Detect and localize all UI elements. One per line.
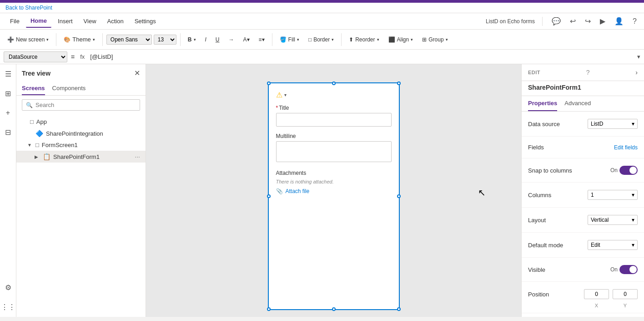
sidebar-close-button[interactable]: ✕ (134, 69, 140, 77)
bold-button[interactable]: B▾ (184, 35, 200, 45)
menu-right: ListD on Echo forms 💬 ↩ ↪ ▶ 👤 ? (486, 15, 639, 27)
search-box: 🔍 (22, 99, 140, 111)
align-button[interactable]: ≡▾ (255, 35, 268, 45)
required-star: * (276, 105, 278, 111)
title-input[interactable] (276, 113, 392, 127)
handle-top-left (267, 82, 271, 85)
new-screen-button[interactable]: ➕ New screen ▾ (4, 35, 52, 45)
prop-row-columns: Columns 1 ▾ (528, 187, 638, 203)
menu-view[interactable]: View (79, 15, 101, 27)
font-size-select[interactable]: 13 (154, 35, 176, 45)
tab-components[interactable]: Components (52, 82, 86, 95)
panel-expand-icon[interactable]: › (635, 69, 638, 76)
menu-settings[interactable]: Settings (130, 15, 161, 27)
snap-label: Snap to columns (528, 167, 572, 174)
formula-input[interactable] (90, 53, 634, 60)
menu-home[interactable]: Home (26, 15, 51, 28)
prop-section-fields: Fields Edit fields (522, 137, 644, 158)
cursor-indicator: ↖ (478, 187, 486, 198)
form1-expand-icon: ▶ (35, 154, 40, 159)
chat-icon[interactable]: 💬 (550, 15, 563, 27)
font-family-select[interactable]: Open Sans (106, 35, 152, 45)
layout-dropdown[interactable]: Vertical ▾ (588, 215, 638, 225)
columns-dropdown[interactable]: 1 ▾ (588, 190, 638, 200)
group-button[interactable]: ⊞ Group ▾ (418, 35, 451, 45)
left-icon-panel: ☰ ⊞ + ⊟ ⚙ ⋮⋮ (0, 64, 16, 317)
sidebar-title: Tree view (22, 70, 50, 77)
redo-icon[interactable]: ↪ (583, 15, 593, 27)
new-screen-icon: ➕ (7, 36, 14, 43)
database-icon[interactable]: ⊟ (3, 126, 13, 138)
align-pos-button[interactable]: ⬛ Align ▾ (385, 35, 417, 45)
tab-screens[interactable]: Screens (22, 82, 45, 95)
back-to-sharepoint-link[interactable]: Back to SharePoint (5, 5, 52, 11)
panel-tab-advanced[interactable]: Advanced (564, 96, 591, 111)
menu-action[interactable]: Action (103, 15, 128, 27)
group-caret: ▾ (446, 37, 448, 42)
handle-bot-center (332, 307, 336, 311)
panel-help-icon[interactable]: ? (586, 69, 590, 76)
help-icon[interactable]: ? (631, 15, 639, 27)
menu-file[interactable]: File (5, 15, 24, 27)
undo-icon[interactable]: ↩ (568, 15, 578, 27)
add-icon[interactable]: + (4, 107, 12, 119)
formula-bar: DataSource = fx ▾ (0, 50, 644, 64)
sidebar-search-container: 🔍 (16, 96, 146, 114)
prop-section-default-mode: Default mode Edit ▾ (522, 233, 644, 258)
menu-divider-1 (542, 17, 543, 26)
form1-more-icon[interactable]: ··· (135, 153, 140, 160)
strikethrough-button[interactable]: → (225, 35, 238, 45)
play-icon[interactable]: ▶ (598, 15, 607, 27)
visible-label: Visible (528, 266, 545, 273)
tree-item-sharepointform1[interactable]: ▶ 📋 SharePointForm1 ··· (16, 151, 146, 163)
property-selector[interactable]: DataSource (4, 51, 67, 62)
border-button[interactable]: □ Border ▾ (305, 35, 337, 45)
attach-file-button[interactable]: 📎 Attach file (276, 188, 392, 194)
fill-button[interactable]: 🪣 Fill ▾ (276, 35, 303, 45)
prop-row-position: Position (528, 286, 638, 302)
menu-insert[interactable]: Insert (53, 15, 77, 27)
snap-on-label: On (610, 167, 618, 173)
right-panel: EDIT ? › SharePointForm1 Properties Adva… (521, 64, 644, 317)
app-icon: □ (30, 118, 34, 125)
search-input[interactable] (35, 102, 136, 108)
italic-button[interactable]: I (201, 35, 210, 45)
edit-fields-link[interactable]: Edit fields (614, 144, 638, 151)
canvas-area: ⚠ ▾ * Title Multiline Attachments (146, 64, 521, 317)
multiline-input[interactable] (276, 141, 392, 162)
datasource-caret: ▾ (632, 121, 634, 127)
datasource-dropdown[interactable]: ListD ▾ (588, 119, 638, 129)
panel-tab-properties[interactable]: Properties (528, 96, 557, 111)
app-title-label: ListD on Echo forms (486, 18, 535, 25)
paperclip-icon: 📎 (276, 188, 283, 194)
hamburger-icon[interactable]: ☰ (3, 68, 13, 80)
prop-section-layout: Layout Vertical ▾ (522, 208, 644, 233)
position-x-input[interactable] (584, 289, 609, 299)
layers-icon[interactable]: ⊞ (3, 87, 13, 100)
ribbon-divider-1 (56, 33, 56, 46)
cog-icon[interactable]: ⚙ (3, 281, 13, 294)
visible-toggle[interactable] (619, 265, 638, 274)
prop-section-snap: Snap to columns On (522, 158, 644, 183)
form-warning: ⚠ ▾ (276, 91, 392, 99)
layout-label: Layout (528, 217, 546, 224)
theme-button[interactable]: 🎨 Theme ▾ (60, 34, 98, 45)
tree-item-app[interactable]: □ App (16, 116, 146, 127)
fill-caret: ▾ (297, 37, 299, 42)
tree-item-sharepoint-integration[interactable]: 🔷 SharePointIntegration (16, 127, 146, 139)
user-icon[interactable]: 👤 (613, 15, 625, 27)
position-labels-row: X Y (528, 302, 638, 308)
sidebar-header: Tree view ✕ (16, 64, 146, 82)
form-canvas-container[interactable]: ⚠ ▾ * Title Multiline Attachments (268, 82, 400, 310)
formula-expand-icon[interactable]: ▾ (637, 53, 640, 60)
snap-toggle[interactable] (619, 166, 638, 175)
warning-icon: ⚠ (276, 91, 282, 99)
reorder-button[interactable]: ⬆ Reorder ▾ (345, 35, 382, 45)
font-color-button[interactable]: A▾ (240, 35, 253, 45)
tree-item-formscreen1[interactable]: ▼ □ FormScreen1 (16, 139, 146, 151)
default-mode-dropdown[interactable]: Edit ▾ (588, 240, 638, 250)
underline-button[interactable]: U (212, 35, 223, 45)
grid-icon[interactable]: ⋮⋮ (0, 301, 17, 313)
position-y-input[interactable] (613, 289, 638, 299)
columns-label: Columns (528, 192, 551, 199)
